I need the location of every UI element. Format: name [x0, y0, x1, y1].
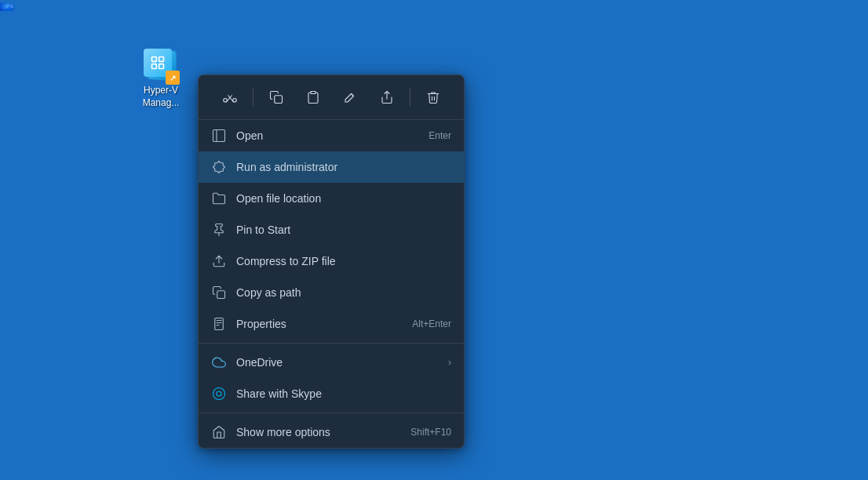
onedrive-chevron: ›: [448, 357, 451, 368]
pin-icon: [211, 222, 227, 238]
hyperv-icon-image: ↗: [142, 47, 180, 85]
separator-2: [199, 413, 464, 413]
toolbar-divider-1: [253, 88, 253, 107]
svg-rect-11: [311, 92, 315, 94]
svg-line-12: [351, 94, 353, 96]
rename-button[interactable]: [336, 83, 364, 111]
menu-item-compress-zip[interactable]: Compress to ZIP file: [199, 245, 464, 277]
zip-icon: [211, 253, 227, 269]
show-more-options-label: Show more options: [236, 426, 401, 438]
svg-point-9: [232, 99, 236, 103]
svg-rect-3: [159, 57, 164, 62]
menu-item-pin-to-start[interactable]: Pin to Start: [199, 214, 464, 245]
path-icon: [211, 285, 227, 300]
menu-item-open-file-location[interactable]: Open file location: [199, 183, 464, 214]
onedrive-label: OneDrive: [236, 356, 439, 369]
svg-rect-14: [213, 130, 225, 142]
open-label: Open: [236, 129, 419, 142]
share-with-skype-label: Share with Skype: [236, 387, 451, 400]
compress-zip-label: Compress to ZIP file: [236, 255, 451, 267]
skype-icon: [211, 386, 227, 402]
svg-rect-10: [274, 96, 282, 104]
context-toolbar: [199, 75, 464, 120]
copy-button[interactable]: [262, 83, 290, 111]
menu-item-run-as-admin[interactable]: Run as administrator: [199, 151, 464, 183]
separator-1: [199, 343, 464, 344]
menu-item-share-skype[interactable]: Share with Skype: [199, 378, 464, 409]
open-file-location-label: Open file location: [236, 192, 451, 205]
cut-button[interactable]: [216, 83, 244, 111]
desktop-icon-label: Hyper-V Manag...: [143, 85, 180, 109]
paste-button[interactable]: [299, 83, 327, 111]
open-shortcut: Enter: [429, 130, 451, 141]
menu-item-onedrive[interactable]: OneDrive ›: [199, 347, 464, 378]
pin-to-start-label: Pin to Start: [236, 224, 451, 236]
share-button[interactable]: [373, 83, 401, 111]
onedrive-icon: [211, 355, 227, 370]
more-options-icon: [211, 424, 227, 440]
svg-rect-19: [215, 318, 224, 330]
menu-item-copy-as-path[interactable]: Copy as path: [199, 277, 464, 308]
run-as-admin-label: Run as administrator: [236, 161, 451, 173]
properties-icon: [211, 316, 227, 332]
properties-shortcut: Alt+Enter: [412, 318, 451, 329]
menu-item-show-more-options[interactable]: Show more options Shift+F10: [199, 416, 464, 448]
desktop-icon-hyperv[interactable]: ↗ Hyper-V Manag...: [129, 47, 192, 109]
delete-button[interactable]: [419, 83, 447, 111]
svg-point-8: [223, 99, 227, 103]
svg-rect-5: [159, 64, 164, 69]
toolbar-divider-2: [410, 88, 410, 107]
menu-item-open[interactable]: Open Enter: [199, 120, 464, 151]
admin-icon: [211, 159, 227, 175]
open-icon: [211, 128, 227, 144]
svg-rect-4: [152, 64, 157, 69]
svg-rect-18: [217, 291, 225, 299]
svg-rect-2: [152, 57, 157, 62]
menu-item-properties[interactable]: Properties Alt+Enter: [199, 308, 464, 340]
show-more-options-shortcut: Shift+F10: [410, 427, 451, 438]
folder-icon: [211, 191, 227, 206]
context-menu: Open Enter Run as administrator Open fil…: [198, 75, 465, 449]
copy-as-path-label: Copy as path: [236, 286, 451, 299]
properties-label: Properties: [236, 318, 403, 330]
